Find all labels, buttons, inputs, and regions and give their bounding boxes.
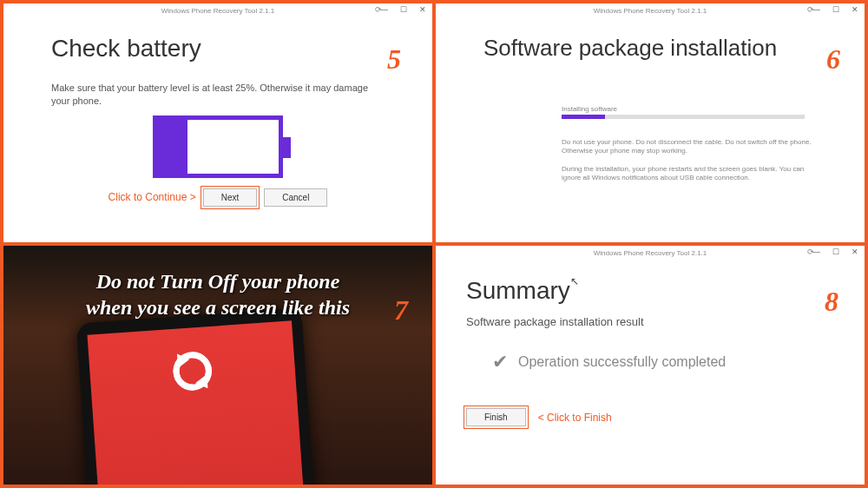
- step-badge: 7: [394, 294, 408, 326]
- window-titlebar: Windows Phone Recovery Tool 2.1.1 ⟳ — ☐ …: [3, 3, 432, 17]
- panel-phone-photo: 7 Do not Turn Off your phone when you se…: [3, 246, 432, 485]
- window-title: Windows Phone Recovery Tool 2.1.1: [594, 249, 707, 257]
- checkmark-icon: ✔: [492, 351, 508, 373]
- close-icon[interactable]: ✕: [849, 247, 861, 256]
- success-text: Operation successfully completed: [518, 354, 726, 370]
- minimize-icon[interactable]: —: [810, 247, 823, 256]
- maximize-icon[interactable]: ☐: [830, 247, 842, 256]
- maximize-icon[interactable]: ☐: [398, 5, 410, 14]
- page-subtitle: Software package installation result: [466, 315, 834, 328]
- page-description: Make sure that your battery level is at …: [51, 82, 381, 109]
- window-title: Windows Phone Recovery Tool 2.1.1: [161, 7, 275, 15]
- window-titlebar: Windows Phone Recovery Tool 2.1.1 ⟳ — ☐ …: [436, 3, 865, 17]
- close-icon[interactable]: ✕: [417, 5, 429, 14]
- window-titlebar: Windows Phone Recovery Tool 2.1.1 ⟳ — ☐ …: [436, 246, 865, 260]
- maximize-icon[interactable]: ☐: [830, 5, 842, 14]
- minimize-icon[interactable]: —: [378, 5, 391, 14]
- cursor-icon: ↖: [570, 275, 579, 287]
- page-title: Check battery: [51, 35, 385, 63]
- page-title: Summary: [466, 277, 834, 305]
- page-title: Software package installation: [483, 35, 817, 62]
- next-button[interactable]: Next: [203, 188, 258, 207]
- warning-note-2: During the installation, your phone rest…: [562, 165, 817, 183]
- step-badge: 6: [826, 43, 840, 76]
- progress-fill: [562, 115, 605, 119]
- panel-check-battery: Windows Phone Recovery Tool 2.1.1 ⟳ — ☐ …: [3, 3, 432, 242]
- minimize-icon[interactable]: —: [810, 5, 823, 14]
- battery-fill: [157, 120, 187, 174]
- refresh-icon: [167, 346, 219, 398]
- caption-line-1: Do not Turn Off your phone: [96, 270, 340, 293]
- window-title: Windows Phone Recovery Tool 2.1.1: [594, 7, 707, 15]
- battery-icon: [153, 115, 283, 178]
- close-icon[interactable]: ✕: [849, 5, 861, 14]
- continue-hint: Click to Continue >: [108, 191, 196, 203]
- caption-line-2: when you see a screen like this: [86, 296, 350, 319]
- phone-device: [76, 308, 331, 485]
- success-row: ✔ Operation successfully completed: [492, 351, 834, 373]
- finish-button[interactable]: Finish: [466, 408, 526, 426]
- finish-hint: < Click to Finish: [538, 412, 612, 424]
- step-badge: 5: [387, 43, 401, 76]
- panel-software-installation: Windows Phone Recovery Tool 2.1.1 ⟳ — ☐ …: [436, 3, 865, 242]
- cancel-button[interactable]: Cancel: [264, 188, 327, 207]
- phone-screen: [88, 320, 318, 485]
- warning-note-1: Do not use your phone. Do not disconnect…: [562, 138, 817, 156]
- progress-bar: [562, 115, 805, 119]
- overlay-caption: Do not Turn Off your phone when you see …: [3, 268, 432, 320]
- step-badge: 8: [825, 286, 838, 318]
- progress-label: Installing software: [562, 105, 817, 113]
- panel-summary: Windows Phone Recovery Tool 2.1.1 ⟳ — ☐ …: [436, 246, 865, 485]
